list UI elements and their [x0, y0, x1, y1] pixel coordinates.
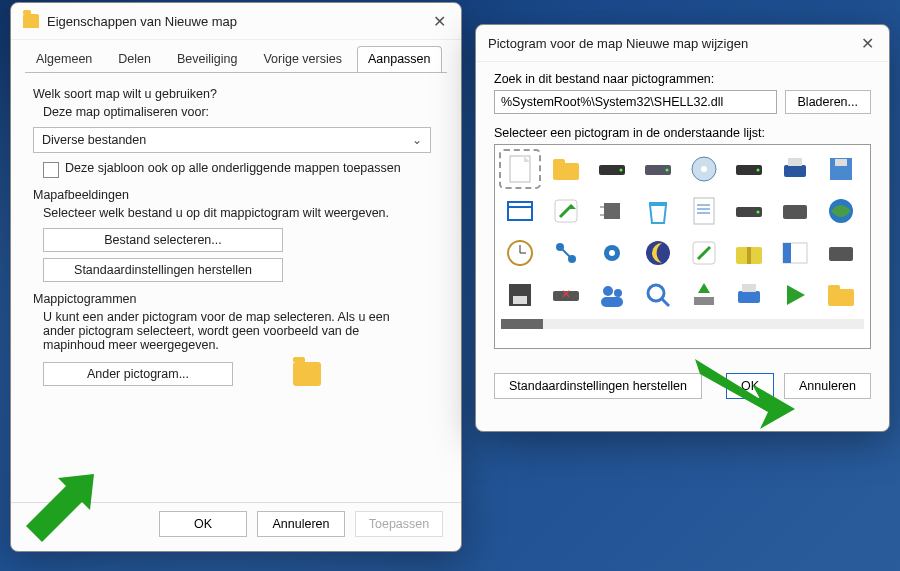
svg-rect-45 — [783, 243, 791, 263]
folder-pictures-desc: Selecteer welk bestand u op dit mappicto… — [43, 206, 439, 220]
svg-rect-56 — [694, 297, 714, 305]
svg-rect-13 — [788, 158, 802, 166]
icon-option[interactable]: ✕ — [547, 277, 585, 313]
svg-rect-2 — [553, 163, 579, 180]
icon-option[interactable] — [822, 277, 860, 313]
change-icon-button[interactable]: Ander pictogram... — [43, 362, 233, 386]
tab-algemeen[interactable]: Algemeen — [25, 46, 103, 73]
cancel-button[interactable]: Annuleren — [257, 511, 345, 537]
picker-title: Pictogram voor de map Nieuwe map wijzige… — [488, 36, 748, 51]
icon-option[interactable] — [730, 151, 768, 187]
chevron-down-icon: ⌄ — [412, 133, 422, 147]
icon-option[interactable] — [547, 151, 585, 187]
tabs-row: Algemeen Delen Beveiliging Vorige versie… — [11, 40, 461, 73]
icon-option[interactable] — [730, 235, 768, 271]
icon-option[interactable] — [639, 193, 677, 229]
icon-option[interactable] — [822, 193, 860, 229]
icon-option[interactable] — [501, 151, 539, 187]
optimize-select[interactable]: Diverse bestanden ⌄ — [33, 127, 431, 153]
svg-rect-12 — [784, 165, 806, 177]
restore-defaults-button[interactable]: Standaardinstellingen herstellen — [43, 258, 283, 282]
svg-rect-3 — [553, 159, 565, 165]
picker-ok-button[interactable]: OK — [726, 373, 774, 399]
icon-option[interactable] — [547, 235, 585, 271]
tab-delen[interactable]: Delen — [107, 46, 162, 73]
svg-point-54 — [648, 285, 664, 301]
folder-type-heading: Welk soort map wilt u gebruiken? — [33, 87, 439, 101]
svg-point-52 — [614, 289, 622, 297]
tab-content: Welk soort map wilt u gebruiken? Deze ma… — [11, 73, 461, 502]
icon-option[interactable] — [685, 151, 723, 187]
window-title: Eigenschappen van Nieuwe map — [47, 14, 237, 29]
icon-option[interactable] — [593, 151, 631, 187]
list-label: Selecteer een pictogram in de onderstaan… — [494, 126, 871, 140]
picker-titlebar[interactable]: Pictogram voor de map Nieuwe map wijzige… — [476, 25, 889, 62]
optimize-select-value: Diverse bestanden — [42, 133, 146, 147]
picker-cancel-button[interactable]: Annuleren — [784, 373, 871, 399]
icon-option[interactable] — [776, 193, 814, 229]
folder-icons-desc: U kunt een ander pictogram voor de map s… — [43, 310, 423, 352]
svg-point-5 — [619, 169, 622, 172]
icon-option[interactable] — [822, 235, 860, 271]
folder-icon — [23, 14, 39, 28]
svg-rect-15 — [835, 159, 847, 166]
icon-option[interactable] — [639, 151, 677, 187]
properties-window: Eigenschappen van Nieuwe map ✕ Algemeen … — [10, 2, 462, 552]
svg-rect-61 — [828, 289, 854, 306]
svg-point-9 — [701, 166, 707, 172]
icon-option[interactable] — [685, 277, 723, 313]
svg-point-29 — [757, 211, 760, 214]
choose-file-button[interactable]: Bestand selecteren... — [43, 228, 283, 252]
icon-option[interactable] — [593, 277, 631, 313]
icon-picker-window: Pictogram voor de map Nieuwe map wijzige… — [475, 24, 890, 432]
icon-option[interactable] — [730, 193, 768, 229]
icon-scrollbar[interactable] — [501, 319, 864, 329]
icon-option[interactable] — [685, 193, 723, 229]
tab-beveiliging[interactable]: Beveiliging — [166, 46, 248, 73]
svg-rect-30 — [783, 205, 807, 219]
icon-option[interactable] — [639, 277, 677, 313]
apply-subfolders-checkbox[interactable] — [43, 162, 59, 178]
apply-subfolders-label: Deze sjabloon ook op alle onderliggende … — [65, 161, 401, 175]
svg-rect-48 — [513, 296, 527, 304]
svg-marker-60 — [787, 285, 805, 305]
icon-option[interactable] — [593, 193, 631, 229]
tab-aanpassen[interactable]: Aanpassen — [357, 46, 442, 73]
ok-button[interactable]: OK — [159, 511, 247, 537]
search-label: Zoek in dit bestand naar pictogrammen: — [494, 72, 871, 86]
icon-option[interactable] — [501, 235, 539, 271]
svg-text:✕: ✕ — [561, 287, 571, 301]
icon-option[interactable] — [501, 193, 539, 229]
svg-rect-53 — [601, 297, 623, 307]
close-icon[interactable]: ✕ — [429, 11, 449, 31]
icon-option[interactable] — [776, 235, 814, 271]
icon-option[interactable] — [547, 193, 585, 229]
icon-option[interactable] — [776, 277, 814, 313]
icon-option[interactable] — [593, 235, 631, 271]
folder-icon-preview — [293, 362, 321, 386]
icon-option[interactable] — [776, 151, 814, 187]
svg-point-51 — [603, 286, 613, 296]
icon-option[interactable] — [501, 277, 539, 313]
titlebar[interactable]: Eigenschappen van Nieuwe map ✕ — [11, 3, 461, 40]
icon-option[interactable] — [685, 235, 723, 271]
icon-option[interactable] — [639, 235, 677, 271]
apply-button[interactable]: Toepassen — [355, 511, 443, 537]
svg-rect-62 — [828, 285, 840, 291]
icon-option[interactable] — [730, 277, 768, 313]
icon-list[interactable]: ✕ — [494, 144, 871, 349]
folder-icons-heading: Mappictogrammen — [33, 292, 439, 306]
svg-point-39 — [609, 250, 615, 256]
folder-pictures-heading: Mapafbeeldingen — [33, 188, 439, 202]
tab-vorige-versies[interactable]: Vorige versies — [252, 46, 353, 73]
picker-restore-button[interactable]: Standaardinstellingen herstellen — [494, 373, 702, 399]
dialog-buttons: OK Annuleren Toepassen — [11, 502, 461, 551]
browse-button[interactable]: Bladeren... — [785, 90, 871, 114]
path-input[interactable] — [494, 90, 777, 114]
svg-rect-46 — [829, 247, 853, 261]
svg-point-7 — [665, 169, 668, 172]
close-icon[interactable]: ✕ — [857, 33, 877, 53]
optimize-label: Deze map optimaliseren voor: — [43, 105, 439, 119]
svg-rect-24 — [694, 198, 714, 224]
icon-option[interactable] — [822, 151, 860, 187]
